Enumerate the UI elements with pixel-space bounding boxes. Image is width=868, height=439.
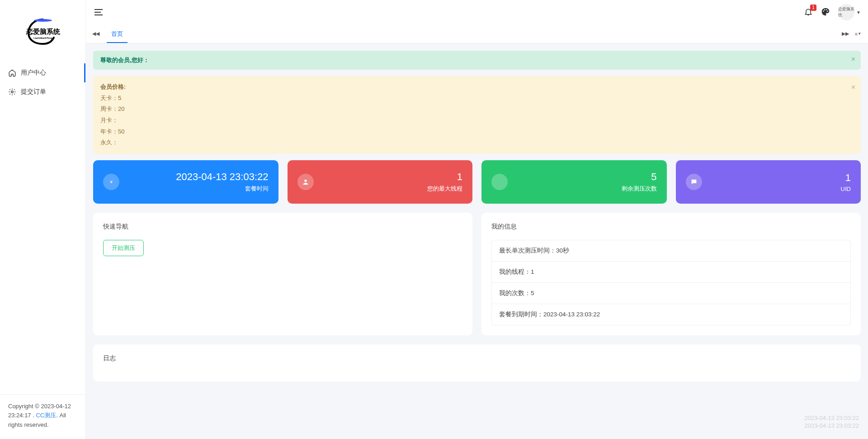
alert-pricing: 会员价格: 天卡：5 周卡：20 月卡： 年卡：50 永久： × [93,76,861,154]
svg-text:LianAiNaoXiTong: LianAiNaoXiTong [33,37,52,39]
info-item: 最长单次测压时间：30秒 [492,240,850,262]
card-title: 我的信息 [491,223,851,231]
footer-link[interactable]: CC测压 [36,412,56,419]
avatar: 恋爱脑系统 [838,4,854,20]
user-icon [297,174,314,190]
logo-icon: 恋爱脑系统 LianAiNaoXiTong [20,16,66,48]
start-test-button[interactable]: 开始测压 [103,240,144,256]
home-icon [8,69,16,77]
stats-row: ¥ 2023-04-13 23:03:22套餐时间 1您的最大线程 5剩余测压次… [93,160,861,204]
info-item: 我的线程：1 [492,262,850,283]
hamburger-icon [93,7,104,18]
svg-point-3 [11,91,14,93]
svg-text:¥: ¥ [109,180,113,184]
chat-icon [686,174,702,190]
user-menu[interactable]: 恋爱脑系统 ▼ [838,4,861,20]
tab-home[interactable]: 首页 [102,24,132,43]
sidebar-item-label: 用户中心 [21,69,46,77]
yen-icon: ¥ [103,174,119,190]
notifications-button[interactable]: 1 [804,7,813,18]
tabs-scroll-right[interactable]: ▶▶ [839,31,852,37]
main: 1 恋爱脑系统 ▼ ◀◀ 首页 ▶▶ ≡ ▼ 尊敬的会员,您好： [86,0,868,439]
logo: 恋爱脑系统 LianAiNaoXiTong [0,0,85,63]
svg-text:恋爱脑系统: 恋爱脑系统 [25,28,60,35]
tabs-menu[interactable]: ≡ ▼ [852,31,864,37]
notif-badge: 1 [810,5,816,11]
stat-uid: 1UID [676,160,861,204]
download-icon [491,174,508,190]
info-item: 套餐到期时间：2023-04-13 23:03:22 [492,304,850,325]
stat-remaining: 5剩余测压次数 [481,160,667,204]
stat-max-threads: 1您的最大线程 [288,160,473,204]
alert-greeting: 尊敬的会员,您好： × [93,51,861,70]
close-icon[interactable]: × [851,55,855,63]
sidebar-footer: Copyright © 2023-04-12 23:24:17 . CC测压. … [0,394,85,439]
svg-point-0 [34,19,52,22]
sidebar: 恋爱脑系统 LianAiNaoXiTong 用户中心 提交订单 Copyrigh… [0,0,86,439]
sidebar-item-submit-order[interactable]: 提交订单 [0,82,85,101]
order-icon [8,88,16,96]
card-title: 日志 [103,354,851,363]
topbar: 1 恋爱脑系统 ▼ [86,0,868,24]
sidebar-nav: 用户中心 提交订单 [0,63,85,394]
palette-icon [821,7,830,16]
tabs-bar: ◀◀ 首页 ▶▶ ≡ ▼ [86,24,868,43]
caret-down-icon: ▼ [856,10,861,15]
card-title: 快速导航 [103,223,462,231]
card-myinfo: 我的信息 最长单次测压时间：30秒 我的线程：1 我的次数：5 套餐到期时间：2… [481,213,861,335]
stat-plan-time: ¥ 2023-04-13 23:03:22套餐时间 [93,160,278,204]
menu-toggle[interactable] [93,7,104,18]
sidebar-item-label: 提交订单 [21,88,46,96]
content: 尊敬的会员,您好： × 会员价格: 天卡：5 周卡：20 月卡： 年卡：50 永… [86,43,868,439]
theme-button[interactable] [821,7,830,18]
card-quicknav: 快速导航 开始测压 [93,213,472,335]
tabs-scroll-left[interactable]: ◀◀ [90,31,102,37]
info-list: 最长单次测压时间：30秒 我的线程：1 我的次数：5 套餐到期时间：2023-0… [491,240,851,325]
sidebar-item-user-center[interactable]: 用户中心 [0,63,85,82]
card-log: 日志 [93,344,861,382]
svg-point-5 [304,180,307,182]
close-icon[interactable]: × [851,81,855,94]
info-item: 我的次数：5 [492,283,850,304]
